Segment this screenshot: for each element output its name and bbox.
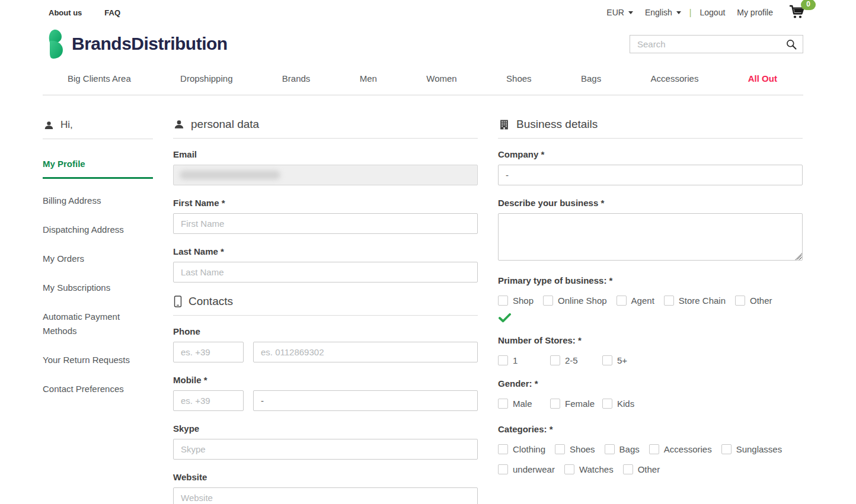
sidebar-item-dispatching-address[interactable]: Dispatching Address	[43, 223, 153, 237]
logout-link[interactable]: Logout	[700, 8, 725, 17]
search-input[interactable]	[630, 36, 803, 53]
my-profile-link[interactable]: My profile	[737, 8, 773, 17]
checkbox-other-category[interactable]: Other	[623, 464, 660, 474]
nav-item-brands[interactable]: Brands	[282, 73, 311, 84]
checkbox-online-shop[interactable]: Online Shop	[543, 296, 607, 306]
about-us-link[interactable]: About us	[49, 8, 82, 17]
company-field[interactable]	[498, 165, 803, 185]
section-title: Business details	[516, 118, 598, 131]
skype-label: Skype	[173, 423, 478, 434]
online-shop-checkbox[interactable]	[543, 296, 553, 306]
nav-item-dropshipping[interactable]: Dropshipping	[180, 73, 232, 84]
sidebar-item-my-profile[interactable]: My Profile	[43, 157, 153, 179]
skype-field[interactable]	[173, 439, 478, 460]
email-field-wrap	[173, 165, 478, 185]
business-details-header: Business details	[498, 118, 803, 139]
bags-checkbox[interactable]	[605, 444, 615, 454]
other-business-checkbox[interactable]	[735, 296, 745, 306]
sidebar-item-my-subscriptions[interactable]: My Subscriptions	[43, 281, 153, 295]
sidebar-greeting: Hi,	[43, 118, 153, 139]
checkbox-stores-1[interactable]: 1	[498, 355, 550, 365]
site-header: BrandsDistribution	[0, 25, 856, 68]
phone-prefix-field[interactable]	[173, 342, 244, 362]
checkbox-label: 1	[513, 355, 518, 365]
nav-item-men[interactable]: Men	[360, 73, 377, 84]
first-name-field[interactable]	[173, 213, 478, 234]
checkbox-kids[interactable]: Kids	[602, 399, 654, 409]
phone-number-field[interactable]	[253, 342, 478, 362]
stores-5-plus-checkbox[interactable]	[602, 355, 612, 365]
first-name-label: First Name *	[173, 198, 478, 208]
brand-logo[interactable]: BrandsDistribution	[44, 28, 228, 59]
checkbox-agent[interactable]: Agent	[617, 296, 654, 306]
describe-business-field[interactable]	[498, 213, 803, 261]
accessories-checkbox[interactable]	[649, 444, 659, 454]
website-group: Website	[173, 472, 478, 504]
number-of-stores-options: 1 2-5 5+	[498, 355, 803, 365]
checkbox-accessories[interactable]: Accessories	[649, 444, 712, 454]
nav-item-all-out[interactable]: All Out	[748, 73, 777, 84]
nav-item-women[interactable]: Women	[426, 73, 456, 84]
male-checkbox[interactable]	[498, 399, 508, 409]
search-icon[interactable]	[785, 38, 797, 50]
underwear-checkbox[interactable]	[498, 464, 508, 474]
chevron-down-icon	[628, 11, 633, 14]
faq-link[interactable]: FAQ	[104, 8, 120, 17]
stores-1-checkbox[interactable]	[498, 355, 508, 365]
checkbox-label: Store Chain	[679, 296, 726, 306]
checkbox-stores-5-plus[interactable]: 5+	[602, 355, 654, 365]
checkbox-stores-2-5[interactable]: 2-5	[550, 355, 602, 365]
stores-2-5-checkbox[interactable]	[550, 355, 560, 365]
currency-dropdown[interactable]: EUR	[606, 8, 633, 17]
kids-checkbox[interactable]	[602, 399, 612, 409]
checkbox-store-chain[interactable]: Store Chain	[664, 296, 726, 306]
checkbox-label: Shop	[513, 296, 534, 306]
checkbox-underwear[interactable]: underwear	[498, 464, 555, 474]
checkbox-other-business[interactable]: Other	[735, 296, 772, 306]
last-name-group: Last Name *	[173, 246, 478, 283]
phone-fields	[173, 342, 478, 362]
checkbox-sunglasses[interactable]: Sunglasses	[721, 444, 782, 454]
checkbox-shop[interactable]: Shop	[498, 296, 534, 306]
female-checkbox[interactable]	[550, 399, 560, 409]
watches-checkbox[interactable]	[564, 464, 574, 474]
nav-item-shoes[interactable]: Shoes	[506, 73, 532, 84]
checkbox-male[interactable]: Male	[498, 399, 550, 409]
shoes-checkbox[interactable]	[555, 444, 565, 454]
user-icon	[174, 119, 184, 130]
nav-item-big-clients-area[interactable]: Big Clients Area	[68, 73, 131, 84]
other-category-checkbox[interactable]	[623, 464, 633, 474]
page: About us FAQ EUR English | Logout My pro…	[0, 0, 856, 504]
agent-checkbox[interactable]	[617, 296, 627, 306]
sidebar-item-contact-preferences[interactable]: Contact Preferences	[43, 382, 153, 396]
last-name-field[interactable]	[173, 262, 478, 283]
cart-button[interactable]: 0	[788, 5, 806, 21]
store-chain-checkbox[interactable]	[664, 296, 674, 306]
contacts-header: Contacts	[173, 295, 478, 316]
checkbox-label: Sunglasses	[736, 444, 782, 454]
company-label: Company *	[498, 149, 803, 159]
primary-type-options: Shop Online Shop Agent Store Chain Other	[498, 296, 803, 306]
mobile-prefix-field[interactable]	[173, 390, 244, 411]
sidebar-item-billing-address[interactable]: Billing Address	[43, 194, 153, 208]
checkbox-bags[interactable]: Bags	[605, 444, 640, 454]
describe-business-label: Describe your business *	[498, 198, 803, 208]
nav-item-bags[interactable]: Bags	[581, 73, 601, 84]
checkbox-female[interactable]: Female	[550, 399, 602, 409]
sidebar-item-automatic-payment-methods[interactable]: Automatic Payment Methods	[43, 310, 153, 338]
checkbox-clothing[interactable]: Clothing	[498, 444, 545, 454]
sidebar-item-your-return-requests[interactable]: Your Return Requests	[43, 353, 153, 367]
nav-item-accessories[interactable]: Accessories	[651, 73, 699, 84]
cart-count-badge: 0	[801, 0, 816, 10]
shop-checkbox[interactable]	[498, 296, 508, 306]
sunglasses-checkbox[interactable]	[721, 444, 732, 454]
checkbox-watches[interactable]: Watches	[564, 464, 614, 474]
mobile-phone-icon	[174, 296, 182, 307]
email-group: Email	[173, 149, 478, 185]
language-dropdown[interactable]: English	[645, 8, 681, 17]
sidebar-item-my-orders[interactable]: My Orders	[43, 252, 153, 266]
checkbox-shoes[interactable]: Shoes	[555, 444, 595, 454]
website-field[interactable]	[173, 487, 478, 504]
mobile-number-field[interactable]	[253, 390, 478, 411]
clothing-checkbox[interactable]	[498, 444, 508, 454]
